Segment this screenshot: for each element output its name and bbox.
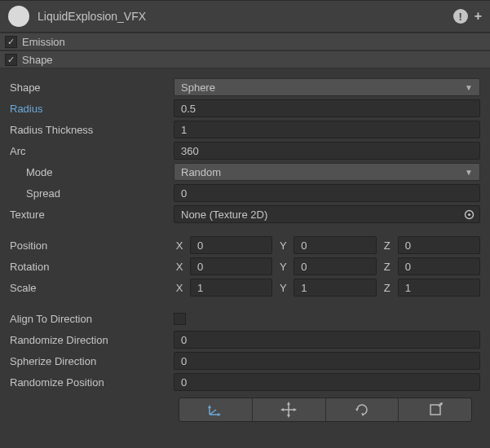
svg-marker-8 [355,408,359,411]
scale-z-input[interactable]: 1 [398,279,480,296]
texture-field[interactable]: None (Texture 2D) [174,205,480,223]
axis-y: Y [277,282,289,294]
rotation-y-input[interactable]: 0 [294,257,376,275]
rotate-icon [354,402,370,418]
module-shape[interactable]: Shape [0,51,490,68]
chevron-down-icon: ▼ [465,168,473,177]
header: LiquidExplosion_VFX ! + [0,0,490,33]
rotation-x-input[interactable]: 0 [190,257,272,275]
label-texture: Texture [10,209,169,221]
arc-input[interactable]: 360 [174,142,480,160]
svg-marker-3 [218,413,221,416]
label-mode: Mode [10,166,169,178]
shape-module-body: Shape Sphere ▼ Radius 0.5 Radius Thickne… [0,68,490,428]
scale-tool-button[interactable] [399,398,471,421]
mode-dropdown[interactable]: Random ▼ [174,163,480,181]
label-shape: Shape [10,81,169,94]
label-spread: Spread [10,187,169,200]
svg-marker-6 [280,408,284,411]
svg-point-1 [467,213,470,215]
rotate-tool-button[interactable] [326,398,400,421]
shape-label: Shape [22,54,53,66]
add-icon[interactable]: + [475,9,482,24]
svg-marker-7 [294,408,297,411]
align-to-direction-checkbox[interactable] [174,313,186,325]
shape-dropdown-value: Sphere [181,81,215,94]
emission-label: Emission [22,36,65,48]
axis-x: X [174,261,185,273]
label-align-to-direction: Align To Direction [10,313,169,325]
label-radius-thickness: Radius Thickness [10,124,169,136]
tool-strip [179,397,472,422]
particle-system-inspector: LiquidExplosion_VFX ! + Emission Shape S… [0,0,490,428]
shape-checkbox[interactable] [5,54,17,66]
label-randomize-direction: Randomize Direction [10,334,169,346]
chevron-down-icon: ▼ [465,83,473,92]
texture-value: None (Texture 2D) [181,209,267,221]
move-tool-button[interactable] [179,398,253,421]
move-icon [280,402,297,418]
position-x-input[interactable]: 0 [190,236,272,254]
label-scale: Scale [10,282,169,294]
radius-thickness-input[interactable]: 1 [174,121,480,138]
axis-icon [207,402,223,418]
shape-dropdown[interactable]: Sphere ▼ [174,78,480,96]
label-radius: Radius [10,103,169,115]
position-y-input[interactable]: 0 [294,236,376,254]
spread-input[interactable]: 0 [174,184,480,202]
axis-y: Y [277,239,289,252]
spherize-direction-input[interactable]: 0 [174,352,480,370]
emission-checkbox[interactable] [5,36,17,48]
component-title[interactable]: LiquidExplosion_VFX [38,10,453,23]
axis-z: Z [382,239,393,252]
randomize-direction-input[interactable]: 0 [174,331,480,349]
object-picker-icon[interactable] [463,209,475,220]
position-z-input[interactable]: 0 [398,236,480,254]
label-rotation: Rotation [10,261,169,273]
axis-z: Z [382,282,393,294]
translate-tool-button[interactable] [253,398,326,421]
svg-marker-4 [287,402,290,405]
axis-y: Y [277,261,289,273]
particle-system-icon [8,6,29,27]
alert-icon[interactable]: ! [453,9,468,24]
module-emission[interactable]: Emission [0,33,490,51]
label-spherize-direction: Spherize Direction [10,355,169,367]
label-position: Position [10,239,169,252]
randomize-position-input[interactable]: 0 [174,373,480,391]
rotation-z-input[interactable]: 0 [398,257,480,275]
scale-icon [427,402,444,418]
label-randomize-position: Randomize Position [10,376,169,389]
svg-marker-5 [287,415,290,418]
axis-z: Z [382,261,393,273]
axis-x: X [174,282,185,294]
scale-y-input[interactable]: 1 [294,279,376,296]
mode-dropdown-value: Random [181,166,221,178]
radius-input[interactable]: 0.5 [174,99,480,117]
scale-x-input[interactable]: 1 [190,279,272,296]
axis-x: X [174,239,185,252]
label-arc: Arc [10,145,169,157]
svg-marker-2 [208,405,211,408]
